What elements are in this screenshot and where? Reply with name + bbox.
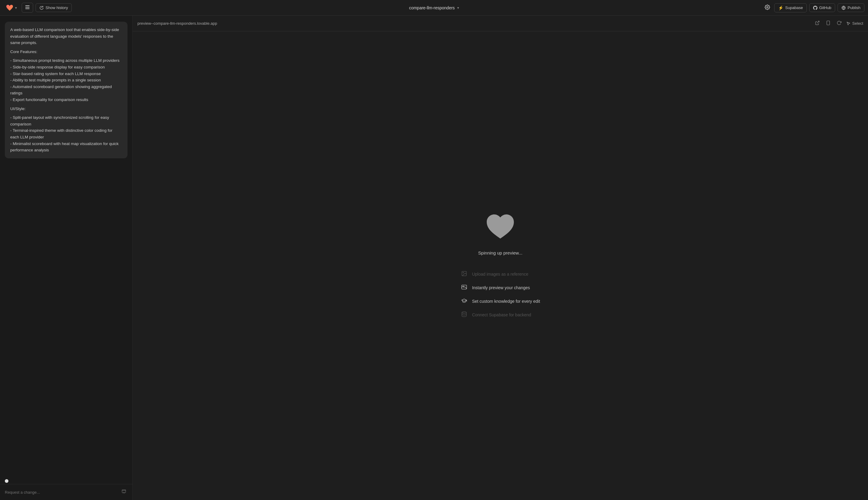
- spinning-text: Spinning up preview...: [478, 250, 523, 255]
- cursor-icon: [846, 21, 850, 26]
- sidebar-toggle-button[interactable]: [22, 3, 33, 13]
- attach-button[interactable]: [120, 488, 127, 496]
- input-area: [0, 484, 132, 500]
- mobile-icon: [826, 21, 831, 25]
- preview-heart-logo: [485, 213, 516, 243]
- preview-url: preview--compare-llm-responders.lovable.…: [137, 21, 814, 26]
- message-ui-style-header: UI/Style:: [10, 105, 122, 112]
- svg-line-7: [817, 21, 819, 23]
- knowledge-icon: [461, 298, 468, 305]
- feature-supabase-label: Connect Supabase for backend: [472, 312, 531, 317]
- open-external-button[interactable]: [814, 19, 821, 28]
- feature-preview-label: Instantly preview your changes: [472, 285, 530, 290]
- external-link-icon: [815, 21, 820, 25]
- settings-button[interactable]: [763, 3, 772, 13]
- chat-input[interactable]: [5, 490, 117, 495]
- main-area: A web-based LLM comparison tool that ena…: [0, 16, 868, 500]
- mobile-view-button[interactable]: [825, 19, 832, 28]
- project-name: compare-llm-responders: [409, 5, 455, 10]
- top-nav: ▾ Show history compare-llm-responders ▾: [0, 0, 868, 16]
- preview-actions: Select: [814, 19, 863, 28]
- svg-rect-0: [25, 5, 30, 6]
- history-label: Show history: [46, 5, 68, 10]
- github-icon: [813, 6, 817, 10]
- logo-chevron-icon: ▾: [15, 6, 17, 10]
- supabase-button[interactable]: ⚡ Supabase: [774, 3, 807, 12]
- settings-icon: [765, 4, 770, 10]
- globe-icon: [842, 6, 846, 10]
- select-label: Select: [852, 21, 863, 26]
- publish-label: Publish: [847, 5, 860, 10]
- github-label: GitHub: [819, 5, 831, 10]
- message-ui-style: - Split-panel layout with synchronized s…: [10, 114, 122, 154]
- attach-icon: [121, 489, 126, 494]
- svg-rect-1: [25, 7, 30, 8]
- feature-list: Upload images as a reference Instantly p…: [461, 271, 540, 319]
- message-core-features: - Simultaneous prompt testing across mul…: [10, 57, 122, 103]
- feature-knowledge-label: Set custom knowledge for every edit: [472, 299, 540, 304]
- logo-button[interactable]: ▾: [4, 2, 19, 13]
- refresh-button[interactable]: [835, 19, 843, 28]
- show-history-button[interactable]: Show history: [36, 3, 72, 12]
- feature-item-upload: Upload images as a reference: [461, 271, 540, 278]
- feature-item-supabase: Connect Supabase for backend: [461, 311, 540, 319]
- nav-right: ⚡ Supabase GitHub Publish: [434, 3, 864, 13]
- chat-area: A web-based LLM comparison tool that ena…: [0, 16, 132, 477]
- project-chevron-icon: ▾: [457, 6, 459, 10]
- message-text: A web-based LLM comparison tool that ena…: [10, 26, 122, 46]
- left-panel: A web-based LLM comparison tool that ena…: [0, 16, 132, 500]
- preview-content: Spinning up preview... Upload images as …: [132, 31, 868, 500]
- svg-point-14: [462, 311, 466, 313]
- svg-rect-2: [25, 9, 30, 9]
- feature-item-preview: Instantly preview your changes: [461, 284, 540, 292]
- github-button[interactable]: GitHub: [809, 3, 835, 12]
- message-bubble: A web-based LLM comparison tool that ena…: [5, 22, 127, 158]
- supabase-db-icon: [461, 311, 468, 319]
- supabase-label: Supabase: [785, 5, 803, 10]
- nav-left: ▾ Show history: [4, 2, 434, 13]
- refresh-icon: [837, 21, 842, 25]
- message-core-features-header: Core Features:: [10, 48, 122, 55]
- upload-image-icon: [461, 271, 468, 278]
- feature-item-knowledge: Set custom knowledge for every edit: [461, 298, 540, 305]
- right-panel: preview--compare-llm-responders.lovable.…: [132, 16, 868, 500]
- history-icon: [39, 6, 44, 10]
- feature-upload-label: Upload images as a reference: [472, 272, 528, 276]
- preview-changes-icon: [461, 284, 468, 292]
- select-button[interactable]: Select: [846, 21, 863, 26]
- publish-button[interactable]: Publish: [837, 3, 864, 12]
- nav-center: compare-llm-responders ▾: [409, 5, 459, 10]
- svg-point-11: [463, 272, 464, 273]
- supabase-icon: ⚡: [778, 5, 783, 10]
- indicator-dot: [5, 479, 9, 483]
- preview-bar: preview--compare-llm-responders.lovable.…: [132, 16, 868, 31]
- svg-point-3: [767, 6, 768, 8]
